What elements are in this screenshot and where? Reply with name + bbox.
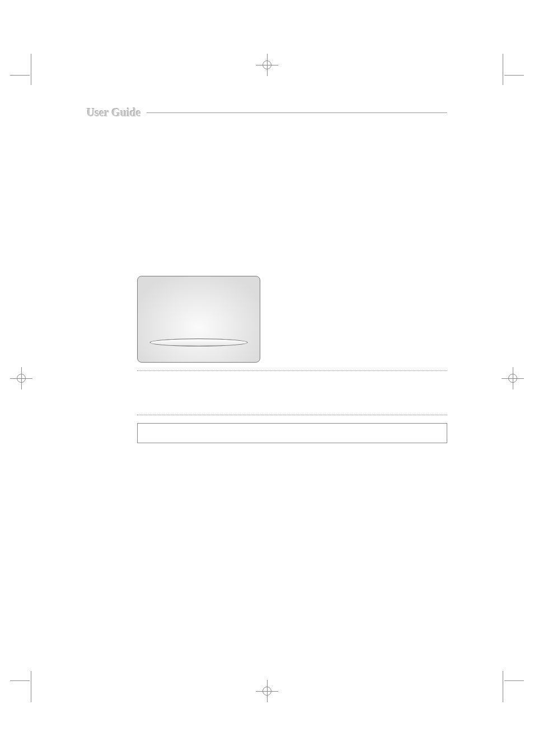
outline-box (137, 423, 447, 443)
touchpad-illustration (137, 276, 260, 363)
dotted-divider (137, 415, 447, 415)
crop-mark (504, 680, 524, 681)
dotted-divider (137, 370, 447, 371)
crop-mark (10, 75, 30, 76)
page-body: User Guide (31, 75, 503, 681)
registration-mark-icon (256, 680, 278, 702)
registration-mark-icon (502, 367, 524, 389)
registration-mark-icon (256, 54, 278, 76)
page-header: User Guide (87, 106, 447, 119)
crop-mark (10, 680, 30, 681)
page-title: User Guide (87, 106, 141, 119)
spacer (137, 379, 447, 407)
touchpad-button-illustration (150, 339, 248, 346)
header-rule (147, 112, 447, 113)
content-area (137, 276, 447, 443)
registration-mark-icon (10, 367, 32, 389)
crop-mark (504, 75, 524, 76)
